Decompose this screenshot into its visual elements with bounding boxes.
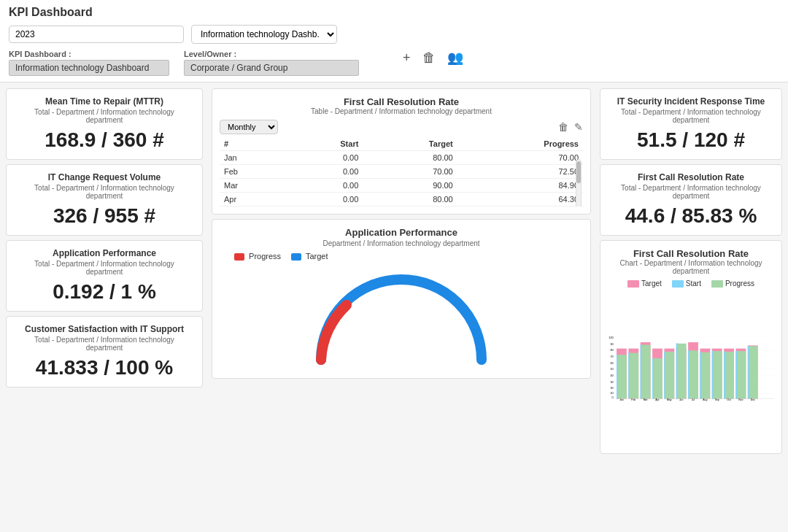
col-progress: Progress <box>457 137 583 151</box>
level-owner-group: Level/Owner : Corporate / Grand Group <box>184 50 359 76</box>
fcr-controls-icons: 🗑 ✎ <box>558 121 583 133</box>
col-target: Target <box>363 137 457 151</box>
y-label-20: 20 <box>610 386 613 390</box>
row-month: Jan <box>220 151 285 165</box>
fcr-period-select[interactable]: Monthly Quarterly Yearly <box>220 120 278 134</box>
progress-legend-dot <box>234 253 244 261</box>
row-start: 0.00 <box>285 165 363 179</box>
progress-legend-label: Progress <box>249 252 281 261</box>
level-owner-label: Level/Owner : <box>184 50 359 58</box>
x-label-nov: Nov <box>738 398 743 401</box>
y-label-10: 10 <box>610 391 613 395</box>
top-bar: KPI Dashboard Information technology Das… <box>0 0 788 82</box>
x-label-jun: Jun <box>679 398 684 401</box>
kpi-dashboard-value: Information technology Dashboard <box>9 60 169 76</box>
bar-aug-progress <box>700 352 710 399</box>
kpi-change-req-value: 326 / 955 # <box>15 204 193 228</box>
kpi-mttr-title: Mean Time to Repair (MTTR) <box>15 96 193 107</box>
row-start: 0.00 <box>285 179 363 193</box>
bar-dec-progress <box>748 346 758 398</box>
kpi-card-mttr: Mean Time to Repair (MTTR) Total - Depar… <box>6 88 203 160</box>
fcr-controls: Monthly Quarterly Yearly 🗑 ✎ <box>220 120 583 134</box>
delete-icon[interactable]: 🗑 <box>422 50 436 66</box>
fcr-table: # Start Target Progress Jan 0.00 80.00 7… <box>220 137 583 207</box>
progress-bar-legend-rect <box>711 280 723 288</box>
kpi-mttr-sub: Total - Department / Information technol… <box>15 108 193 124</box>
y-label-40: 40 <box>610 374 613 377</box>
left-kpi-column: Mean Time to Repair (MTTR) Total - Depar… <box>6 88 203 454</box>
y-label-80: 80 <box>610 348 613 352</box>
kpi-card-app-perf: Application Performance Total - Departme… <box>6 240 203 312</box>
gauge-svg <box>306 265 496 371</box>
row-progress: 84.90 <box>457 179 583 193</box>
bar-dec-start <box>748 346 749 399</box>
app-perf-legend: Progress Target <box>234 252 328 261</box>
action-icons: + 🗑 👥 <box>403 50 463 66</box>
kpi-csat-sub: Total - Department / Information technol… <box>15 336 193 352</box>
kpi-card-change-req: IT Change Request Volume Total - Departm… <box>6 164 203 236</box>
bar-jun-progress <box>676 344 687 399</box>
kpi-app-perf-sub: Total - Department / Information technol… <box>15 260 193 276</box>
col-start: Start <box>285 137 363 151</box>
start-legend-rect <box>672 280 684 288</box>
bar-sep-start <box>712 351 714 399</box>
target-legend-item: Target <box>291 252 328 261</box>
bar-nov-start <box>736 351 738 399</box>
kpi-change-req-title: IT Change Request Volume <box>15 172 193 182</box>
fcr-bar-chart-legend: Target Start Progress <box>608 280 774 288</box>
kpi-card-security: IT Security Incident Response Time Total… <box>600 88 782 160</box>
scrollbar[interactable] <box>576 159 582 207</box>
row-month: Feb <box>220 165 285 179</box>
target-legend-label: Target <box>306 252 328 261</box>
bar-apr-start <box>652 358 654 399</box>
kpi-security-sub: Total - Department / Information technol… <box>609 108 773 124</box>
x-label-sep: Sep <box>715 398 719 401</box>
app-perf-chart-card: Application Performance Department / Inf… <box>212 219 591 379</box>
kpi-dashboard-group: KPI Dashboard : Information technology D… <box>9 50 169 76</box>
kpi-fcr-right-sub: Total - Department / Information technol… <box>609 184 773 200</box>
progress-legend-item: Progress <box>234 252 281 261</box>
scrollbar-thumb <box>576 161 581 183</box>
right-column: IT Security Incident Response Time Total… <box>600 88 782 454</box>
kpi-app-perf-value: 0.192 / 1 % <box>15 280 193 304</box>
kpi-change-req-sub: Total - Department / Information technol… <box>15 184 193 200</box>
users-icon[interactable]: 👥 <box>447 50 463 66</box>
kpi-mttr-value: 168.9 / 360 # <box>15 128 193 152</box>
target-legend-dot <box>291 253 301 261</box>
x-label-dec: Dec <box>751 398 755 401</box>
fcr-bar-chart-card: First Call Resolution Rate Chart - Depar… <box>600 240 782 454</box>
page-title: KPI Dashboard <box>9 6 779 19</box>
start-legend: Start <box>672 280 701 288</box>
app-perf-chart-title: Application Performance <box>345 227 457 238</box>
y-label-100: 100 <box>609 336 613 339</box>
fcr-bar-chart-svg: 100 90 80 70 60 50 40 30 20 10 0 <box>608 290 774 444</box>
bar-jan-progress <box>617 355 627 398</box>
kpi-dashboard-label: KPI Dashboard : <box>9 50 169 58</box>
table-row: Mar 0.00 90.00 84.90 <box>220 179 583 193</box>
label-row: KPI Dashboard : Information technology D… <box>9 50 779 76</box>
bar-jul-start <box>688 350 690 399</box>
row-start: 0.00 <box>285 151 363 165</box>
y-label-30: 30 <box>610 380 613 384</box>
bar-oct-start <box>724 351 725 398</box>
add-icon[interactable]: + <box>403 50 411 66</box>
x-label-jan: Jan <box>619 398 624 401</box>
target-legend-rect <box>627 280 639 288</box>
fcr-table-wrapper: # Start Target Progress Jan 0.00 80.00 7… <box>220 137 583 207</box>
row-start: 0.00 <box>285 193 363 207</box>
row-month: Mar <box>220 179 285 193</box>
y-label-50: 50 <box>610 367 613 371</box>
row-target: 80.00 <box>363 193 457 207</box>
fcr-delete-icon[interactable]: 🗑 <box>558 121 568 133</box>
fcr-bar-chart-title: First Call Resolution Rate <box>608 248 774 259</box>
fcr-table-title: First Call Resolution Rate <box>220 96 583 107</box>
fcr-edit-icon[interactable]: ✎ <box>574 121 583 133</box>
progress-bar-legend-text: Progress <box>725 280 754 288</box>
bar-may-progress <box>664 352 674 399</box>
bar-mar-progress <box>641 344 651 398</box>
kpi-fcr-right-title: First Call Resolution Rate <box>609 172 773 182</box>
year-input[interactable] <box>9 26 184 43</box>
dashboard-select[interactable]: Information technology Dashb... <box>191 25 337 44</box>
bar-sep-progress <box>712 351 722 398</box>
bar-mar-start <box>641 344 642 398</box>
